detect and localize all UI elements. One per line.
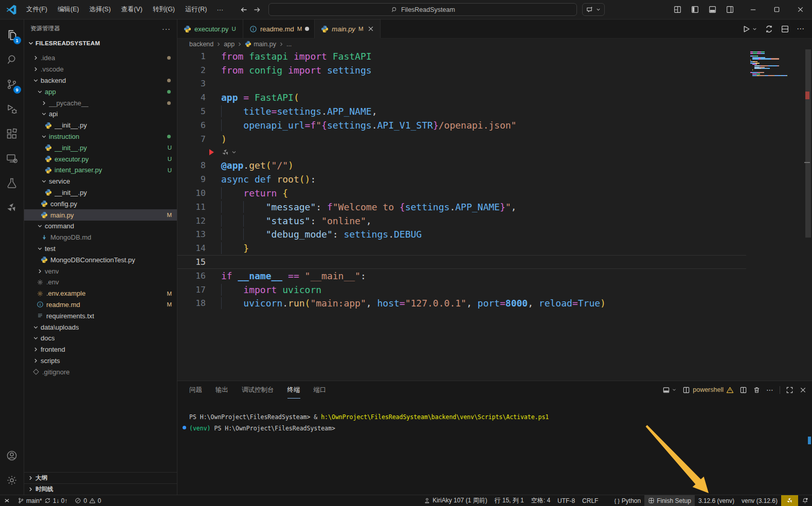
breadcrumb-item[interactable]: backend bbox=[189, 41, 213, 48]
activity-bar-extensions[interactable] bbox=[0, 121, 24, 146]
close-tab-icon[interactable] bbox=[367, 25, 374, 32]
tree-item-__init__.py[interactable]: __init__.py bbox=[24, 120, 177, 131]
activity-bar-remote-explorer[interactable] bbox=[0, 146, 24, 171]
git-blame[interactable]: KiriAky 107 (1 周前) bbox=[420, 495, 491, 506]
toggle-primary-sidebar-icon[interactable] bbox=[688, 3, 702, 16]
close-window-button[interactable] bbox=[788, 0, 812, 20]
tree-item-MongoDB.md[interactable]: MongoDB.md bbox=[24, 232, 177, 243]
maximize-panel-icon[interactable] bbox=[786, 386, 793, 394]
activity-bar-search[interactable] bbox=[0, 47, 24, 72]
panel-tab-端口[interactable]: 端口 bbox=[314, 382, 327, 399]
language-mode[interactable]: { }Python bbox=[602, 495, 644, 506]
tree-item-config.py[interactable]: config.py bbox=[24, 198, 177, 209]
tab-executor.py[interactable]: executor.pyU bbox=[177, 20, 243, 38]
tree-item-venv[interactable]: venv bbox=[24, 265, 177, 277]
editor-scrollbar[interactable] bbox=[805, 49, 811, 238]
roo-code[interactable] bbox=[781, 495, 798, 506]
toggle-panel-icon[interactable] bbox=[705, 3, 719, 16]
eol[interactable]: CRLF bbox=[579, 495, 602, 506]
breadcrumb-item[interactable]: app bbox=[224, 41, 234, 48]
tree-item-.env.example[interactable]: .env.exampleM bbox=[24, 288, 177, 299]
tree-item-instruction[interactable]: instruction bbox=[24, 131, 177, 142]
tree-item-scripts[interactable]: scripts bbox=[24, 355, 177, 367]
toggle-secondary-sidebar-icon[interactable] bbox=[723, 3, 737, 16]
tree-item-.vscode[interactable]: .vscode bbox=[24, 64, 177, 75]
terminal[interactable]: PS H:\OwnProject\FilesReadSysteam> & h:\… bbox=[183, 412, 812, 434]
more-actions-icon[interactable]: ⋯ bbox=[766, 386, 774, 394]
tree-item-MongoDBConnectionTest.py[interactable]: MongoDBConnectionTest.py bbox=[24, 254, 177, 265]
tree-item-frontend[interactable]: frontend bbox=[24, 344, 177, 355]
panel-tab-问题[interactable]: 问题 bbox=[189, 382, 202, 399]
menu-编辑[interactable]: 编辑(E) bbox=[53, 3, 84, 16]
terminal-tab-powershell[interactable]: powershell bbox=[682, 386, 734, 394]
menu-转到[interactable]: 转到(G) bbox=[148, 3, 179, 16]
forward-icon[interactable] bbox=[253, 6, 261, 14]
panel-tab-调试控制台[interactable]: 调试控制台 bbox=[242, 382, 274, 399]
python-env[interactable]: venv (3.12.6) bbox=[738, 495, 781, 506]
maximize-button[interactable] bbox=[765, 0, 788, 20]
menubar-more[interactable]: ··· bbox=[211, 4, 228, 15]
tree-item-__init__.py[interactable]: __init__.py bbox=[24, 187, 177, 198]
close-panel-icon[interactable] bbox=[799, 386, 807, 394]
run-python-file-button[interactable] bbox=[742, 25, 757, 33]
finish-setup[interactable]: Finish Setup bbox=[644, 495, 695, 506]
sidebar-section-时间线[interactable]: 时间线 bbox=[24, 483, 177, 495]
activity-bar-explorer[interactable]: 1 bbox=[0, 23, 24, 47]
compare-changes-icon[interactable] bbox=[765, 25, 773, 33]
problems-status[interactable]: 00 bbox=[71, 495, 104, 506]
tree-item-readme.md[interactable]: readme.mdM bbox=[24, 299, 177, 311]
back-icon[interactable] bbox=[240, 6, 248, 14]
tab-main.py[interactable]: main.pyM bbox=[315, 20, 381, 39]
minimize-button[interactable] bbox=[741, 0, 765, 20]
explorer-root-folder[interactable]: FILESREADSYSTEAM bbox=[24, 38, 177, 49]
panel-tab-终端[interactable]: 终端 bbox=[287, 382, 300, 399]
tree-item-intent_parser.py[interactable]: intent_parser.pyU bbox=[24, 165, 177, 176]
activity-bar-source-control[interactable]: 9 bbox=[0, 72, 24, 97]
remote-indicator[interactable] bbox=[0, 495, 14, 506]
split-editor-icon[interactable] bbox=[781, 25, 789, 33]
tree-item-backend[interactable]: backend bbox=[24, 75, 177, 86]
menu-选择[interactable]: 选择(S) bbox=[85, 3, 116, 16]
python-interpreter[interactable]: 3.12.6 (venv) bbox=[695, 495, 738, 506]
tree-item-service[interactable]: service bbox=[24, 176, 177, 187]
tree-item-.gitignore[interactable]: .gitignore bbox=[24, 366, 177, 377]
customize-layout-icon[interactable] bbox=[670, 3, 684, 16]
notifications[interactable] bbox=[798, 495, 812, 506]
breadcrumb[interactable]: backendappmain.py... bbox=[177, 39, 812, 49]
git-branch-status[interactable]: main*1↓ 0↑ bbox=[14, 495, 71, 506]
menu-查看[interactable]: 查看(V) bbox=[116, 3, 147, 16]
copilot-button[interactable] bbox=[582, 3, 605, 16]
tree-item-docs[interactable]: docs bbox=[24, 333, 177, 344]
cursor-position[interactable]: 行 15, 列 1 bbox=[491, 495, 527, 506]
tab-readme.md[interactable]: readme.mdM bbox=[243, 20, 315, 38]
tree-item-api[interactable]: api bbox=[24, 109, 177, 120]
tree-item-app[interactable]: app bbox=[24, 86, 177, 97]
explorer-more-actions-icon[interactable]: ··· bbox=[162, 25, 171, 33]
activity-bar-accounts[interactable] bbox=[0, 443, 24, 468]
minimap[interactable] bbox=[750, 51, 804, 76]
chevron-down-icon[interactable] bbox=[231, 149, 237, 155]
tree-item-main.py[interactable]: main.pyM bbox=[24, 209, 177, 221]
tree-item-.idea[interactable]: .idea bbox=[24, 52, 177, 64]
code-editor[interactable]: 1from fastapi import FastAPI2from config… bbox=[177, 49, 812, 381]
tree-item-executor.py[interactable]: executor.pyU bbox=[24, 153, 177, 165]
launch-profile-button[interactable] bbox=[662, 386, 677, 394]
split-terminal-icon[interactable] bbox=[739, 386, 747, 394]
activity-bar-roo-code[interactable] bbox=[0, 195, 24, 220]
activity-bar-testing[interactable] bbox=[0, 171, 24, 195]
breadcrumb-item[interactable]: ... bbox=[286, 41, 292, 48]
roo-codelens-icon[interactable] bbox=[221, 148, 230, 157]
activity-bar-manage[interactable] bbox=[0, 468, 24, 493]
panel-tab-输出[interactable]: 输出 bbox=[215, 382, 228, 399]
menu-文件[interactable]: 文件(F) bbox=[22, 3, 52, 16]
dirty-dot-icon[interactable] bbox=[305, 27, 309, 31]
activity-bar-run-and-debug[interactable] bbox=[0, 97, 24, 121]
menu-运行[interactable]: 运行(R) bbox=[181, 3, 211, 16]
kill-terminal-icon[interactable] bbox=[753, 386, 761, 394]
tree-item-requirements.txt[interactable]: requirements.txt bbox=[24, 310, 177, 321]
tree-item-__pycache__[interactable]: __pycache__ bbox=[24, 97, 177, 109]
tree-item-data\uploads[interactable]: data\uploads bbox=[24, 321, 177, 333]
encoding[interactable]: UTF-8 bbox=[554, 495, 579, 506]
more-actions-icon[interactable]: ⋯ bbox=[797, 24, 805, 33]
sidebar-section-大纲[interactable]: 大纲 bbox=[24, 472, 177, 483]
